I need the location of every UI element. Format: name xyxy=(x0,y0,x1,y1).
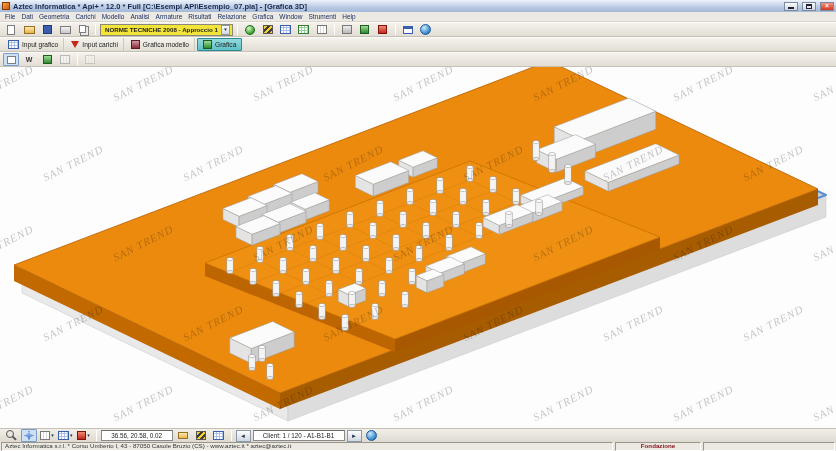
snap-grid-icon xyxy=(40,431,50,440)
open-view-button[interactable] xyxy=(175,429,191,442)
run-analysis-button[interactable] xyxy=(357,23,373,36)
grafica-icon xyxy=(203,40,212,49)
load-table-button[interactable] xyxy=(278,23,294,36)
save-view-button[interactable] xyxy=(193,429,209,442)
window-layout-button[interactable] xyxy=(400,23,416,36)
shaded-view-button[interactable] xyxy=(57,53,73,66)
pan-icon xyxy=(24,431,34,441)
menu-item-file[interactable]: File xyxy=(2,13,18,20)
norm-dropdown-arrow[interactable]: ▼ xyxy=(221,25,230,35)
menu-item-geometria[interactable]: Geometria xyxy=(36,13,72,20)
copy-button[interactable] xyxy=(75,23,91,36)
minimize-button[interactable] xyxy=(784,2,798,11)
points-view-icon xyxy=(85,55,95,64)
status-bar: Aztec Informatica s.r.l. * Corso Umberto… xyxy=(0,442,836,451)
magnifier-icon xyxy=(6,430,17,441)
application-window: Aztec Informatica * Api+ * 12.0 * Full [… xyxy=(0,0,836,451)
bottom-toolbar: ▾ ▾ ▾ 36.56, 20.58, 0.02 ◄ Client: 1 / 1… xyxy=(0,428,836,442)
open-file-button[interactable] xyxy=(21,23,37,36)
view-tabs-toolbar: Input grafico Input carichi Grafica mode… xyxy=(0,37,836,52)
input-carichi-icon xyxy=(71,41,79,48)
web-button[interactable] xyxy=(418,23,434,36)
run-analysis-icon xyxy=(360,25,369,34)
stop-button[interactable] xyxy=(375,23,391,36)
maximize-button[interactable] xyxy=(802,2,816,11)
menu-item-strumenti[interactable]: Strumenti xyxy=(305,13,339,20)
viewport-3d[interactable]: SAN TRENDSAN TRENDSAN TRENDSAN TRENDSAN … xyxy=(0,67,836,428)
load-table-icon xyxy=(280,25,291,34)
wireframe-icon: W xyxy=(26,56,33,63)
save-icon xyxy=(43,25,52,34)
tab-grafica[interactable]: Grafica xyxy=(197,38,242,51)
toolbar-separator xyxy=(96,430,97,441)
norm-selector[interactable]: NORME TECNICHE 2008 - Approccio 1 ▼ xyxy=(100,24,233,36)
menu-item-dati[interactable]: Dati xyxy=(18,13,36,20)
materials-sphere-icon xyxy=(245,25,255,35)
world-view-button[interactable] xyxy=(364,429,380,442)
view-options-toolbar: W xyxy=(0,52,836,67)
solid-view-icon xyxy=(43,55,52,64)
title-bar: Aztec Informatica * Api+ * 12.0 * Full [… xyxy=(0,0,836,12)
next-element-button[interactable]: ► xyxy=(347,430,362,442)
sections-icon xyxy=(263,25,273,34)
table-view-button[interactable] xyxy=(211,429,227,442)
chevron-down-icon: ▾ xyxy=(70,433,73,438)
materials-button[interactable] xyxy=(242,23,258,36)
combinations-button[interactable] xyxy=(296,23,312,36)
norm-label: NORME TECNICHE 2008 - Approccio 1 xyxy=(105,26,218,33)
save-button[interactable] xyxy=(39,23,55,36)
mesh-button[interactable] xyxy=(314,23,330,36)
menu-item-help[interactable]: Help xyxy=(339,13,358,20)
toolbar-separator xyxy=(95,24,96,35)
close-button[interactable]: × xyxy=(820,2,834,11)
save-view-icon xyxy=(196,431,206,440)
main-toolbar: NORME TECNICHE 2008 - Approccio 1 ▼ xyxy=(0,22,836,37)
tab-input-grafico[interactable]: Input grafico xyxy=(3,38,64,51)
toolbar-separator xyxy=(231,430,232,441)
menu-item-modello[interactable]: Modello xyxy=(99,13,128,20)
tab-label: Input carichi xyxy=(82,41,118,48)
solid-view-button[interactable] xyxy=(39,53,55,66)
status-module-panel: Fondazione xyxy=(615,442,701,451)
window-layout-icon xyxy=(403,26,413,34)
current-element-display: Client: 1 / 120 - A1-B1-B1 xyxy=(253,430,345,441)
select-tool-button[interactable] xyxy=(3,53,19,66)
tab-input-carichi[interactable]: Input carichi xyxy=(66,38,124,51)
zoom-tool-button[interactable] xyxy=(3,429,19,442)
status-company-panel: Aztec Informatica s.r.l. * Corso Umberto… xyxy=(1,442,613,451)
menu-item-armature[interactable]: Armature xyxy=(153,13,186,20)
previous-element-button[interactable]: ◄ xyxy=(236,430,251,442)
new-file-button[interactable] xyxy=(3,23,19,36)
combinations-table-icon xyxy=(298,25,309,34)
color-picker-button[interactable]: ▾ xyxy=(76,429,92,442)
tab-grafica-modello[interactable]: Grafica modello xyxy=(126,38,195,51)
wireframe-button[interactable]: W xyxy=(21,53,37,66)
tools-icon xyxy=(342,25,352,34)
layers-icon xyxy=(58,431,69,440)
tools-button[interactable] xyxy=(339,23,355,36)
menu-item-grafica[interactable]: Grafica xyxy=(249,13,276,20)
menu-item-risultati[interactable]: Risultati xyxy=(185,13,214,20)
layer-options-button[interactable]: ▾ xyxy=(57,429,74,442)
menu-item-relazione[interactable]: Relazione xyxy=(214,13,249,20)
globe-icon xyxy=(366,430,377,441)
status-extra-panel xyxy=(703,442,835,451)
pan-tool-button[interactable] xyxy=(21,429,37,442)
input-grafico-icon xyxy=(8,40,19,49)
maximize-icon xyxy=(806,4,812,9)
tab-label: Input grafico xyxy=(22,41,58,48)
points-view-button[interactable] xyxy=(82,53,98,66)
sections-button[interactable] xyxy=(260,23,276,36)
stop-icon xyxy=(378,25,387,34)
minimize-icon xyxy=(788,7,794,9)
select-tool-icon xyxy=(7,56,16,64)
tab-label: Grafica xyxy=(215,41,236,48)
print-button[interactable] xyxy=(57,23,73,36)
open-folder-icon xyxy=(178,432,188,439)
menu-item-carichi[interactable]: Carichi xyxy=(72,13,98,20)
menu-item-window[interactable]: Window xyxy=(276,13,305,20)
menu-item-analisi[interactable]: Analisi xyxy=(127,13,152,20)
snap-options-button[interactable]: ▾ xyxy=(39,429,55,442)
menu-bar: File Dati Geometria Carichi Modello Anal… xyxy=(0,12,836,22)
printer-icon xyxy=(60,26,71,34)
